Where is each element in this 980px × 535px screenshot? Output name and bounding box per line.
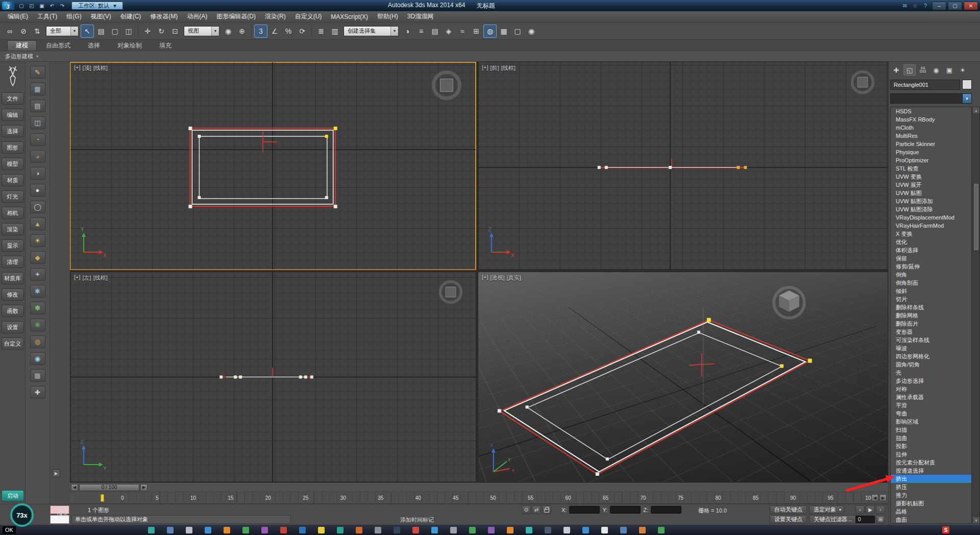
keyboard-override[interactable]: ≣ bbox=[314, 25, 328, 38]
plugin-button[interactable]: 相机 bbox=[2, 207, 24, 219]
window-crossing[interactable]: ◫ bbox=[122, 25, 135, 38]
modifier-item[interactable]: UVW 变换 bbox=[891, 173, 971, 181]
modifier-item[interactable]: 删除样条线 bbox=[891, 303, 971, 311]
favorites-icon[interactable]: ☆ bbox=[910, 2, 920, 10]
plugin-button[interactable]: 模型 bbox=[2, 158, 24, 170]
plugin-button[interactable]: 清理 bbox=[2, 256, 24, 268]
menu-item[interactable]: 修改器(M) bbox=[145, 11, 182, 22]
plugin-button[interactable]: 函数 bbox=[2, 305, 24, 317]
render-production[interactable]: ◉ bbox=[525, 25, 538, 38]
track-bar[interactable]: 0510152025303540455055606570758085909510… bbox=[70, 492, 888, 504]
modifier-item[interactable]: Particle Skinner bbox=[891, 140, 971, 148]
isolate-selection-toggle[interactable]: ⊙ bbox=[522, 505, 531, 514]
viewport-menu-view[interactable]: [透视] bbox=[491, 274, 505, 282]
modifier-item[interactable]: 保留 bbox=[891, 254, 971, 262]
open-file-icon[interactable]: ◰ bbox=[27, 2, 37, 10]
select-by-name[interactable]: ▤ bbox=[94, 25, 108, 38]
viewport-menu-view[interactable]: [左] bbox=[83, 274, 91, 282]
modifier-item[interactable]: 挤出 bbox=[891, 475, 971, 483]
viewport-menu-plus[interactable]: [+] bbox=[74, 64, 81, 72]
viewport-menu-shading[interactable]: [真实] bbox=[507, 274, 521, 282]
modifier-item[interactable]: 按通道选择 bbox=[891, 467, 971, 475]
close-button[interactable]: ✕ bbox=[964, 2, 978, 10]
new-file-icon[interactable]: ▢ bbox=[16, 2, 27, 10]
modifier-item[interactable]: 挤压 bbox=[891, 483, 971, 491]
viewport-front[interactable]: Z X [+] [前] [线框] bbox=[478, 62, 888, 270]
selection-region[interactable]: ▢ bbox=[108, 25, 121, 38]
modifier-item[interactable]: UVW 展开 bbox=[891, 181, 971, 189]
modifier-item[interactable]: UVW 贴图添加 bbox=[891, 197, 971, 205]
modifier-item[interactable]: 多边形选择 bbox=[891, 377, 971, 385]
plugin-button[interactable]: 文件 bbox=[2, 92, 24, 105]
modifier-item[interactable]: 优化 bbox=[891, 238, 971, 246]
star-tool-icon[interactable]: ✦ bbox=[30, 268, 45, 281]
menu-item[interactable]: 工具(T) bbox=[33, 11, 62, 22]
menu-item[interactable]: 自定义(U) bbox=[290, 11, 327, 22]
set-key-button[interactable]: 设置关键点 bbox=[770, 515, 807, 524]
plugin-button[interactable]: 灯光 bbox=[2, 190, 24, 203]
viewport-menu-view[interactable]: [顶] bbox=[83, 64, 91, 72]
plugin-button[interactable]: 渲染 bbox=[2, 223, 24, 235]
viewport-menu-plus[interactable]: [+] bbox=[482, 64, 488, 72]
panel-tool-icon[interactable]: ◫ bbox=[30, 116, 45, 129]
ribbon-tab[interactable]: 填充 bbox=[151, 40, 180, 51]
taskbar-app-icon[interactable] bbox=[658, 527, 665, 533]
rendered-frame-window[interactable]: ▢ bbox=[511, 25, 524, 38]
modifier-item[interactable]: mCloth bbox=[891, 124, 971, 132]
render-setup[interactable]: ▦ bbox=[497, 25, 510, 38]
time-configuration-button[interactable]: ⊞ bbox=[876, 515, 885, 524]
previous-frame-button[interactable]: ◀ bbox=[71, 484, 78, 491]
menu-item[interactable]: 动画(A) bbox=[182, 11, 212, 22]
schematic-view[interactable]: ⊞ bbox=[470, 25, 483, 38]
taskbar-app-icon[interactable] bbox=[488, 527, 495, 533]
play-button[interactable]: ▶ bbox=[866, 505, 875, 514]
app-logo-icon[interactable]: ʒ bbox=[2, 2, 14, 10]
taskbar-app-icon[interactable] bbox=[205, 527, 211, 533]
taskbar-app-icon[interactable] bbox=[526, 527, 532, 533]
sphere-tool-icon[interactable]: ◕ bbox=[30, 150, 45, 163]
modifier-item[interactable]: 壳 bbox=[891, 369, 971, 377]
taskbar-app-icon[interactable] bbox=[450, 527, 457, 533]
modifier-item[interactable]: UVW 贴图清除 bbox=[891, 205, 971, 213]
hierarchy-tab[interactable]: 品 bbox=[917, 64, 929, 76]
modifier-item[interactable]: 推力 bbox=[891, 491, 971, 499]
modifier-item[interactable]: UVW 贴图 bbox=[891, 189, 971, 197]
select-and-move[interactable]: ✛ bbox=[141, 25, 154, 38]
taskbar-app-icon[interactable] bbox=[356, 527, 362, 533]
modifier-item[interactable]: 扫描 bbox=[891, 426, 971, 434]
modifier-item[interactable]: 投影 bbox=[891, 442, 971, 450]
viewport-menu-plus[interactable]: [+] bbox=[482, 274, 488, 282]
plugin-button[interactable]: 材质 bbox=[2, 174, 24, 186]
current-frame-marker[interactable] bbox=[101, 494, 104, 502]
scrollbar-thumb[interactable] bbox=[974, 184, 978, 250]
create-tab[interactable]: ✚ bbox=[890, 64, 902, 76]
modifier-item[interactable]: 体积选择 bbox=[891, 246, 971, 254]
light-tool-icon[interactable]: ☀ bbox=[30, 234, 45, 247]
taskbar-app-icon[interactable] bbox=[318, 527, 325, 533]
modifier-list-scrollbar[interactable]: ▲ ▼ bbox=[972, 107, 980, 524]
taskbar-app-icon[interactable] bbox=[242, 527, 249, 533]
trackbar-next-key-button[interactable]: ▶ bbox=[879, 494, 887, 501]
snow-tool-icon[interactable]: ✱ bbox=[30, 285, 45, 298]
diamond-tool-icon[interactable]: ◆ bbox=[30, 251, 45, 264]
modifier-item[interactable]: 按元素分配材质 bbox=[891, 458, 971, 467]
taskbar-app-icon[interactable] bbox=[545, 527, 551, 533]
modifier-item[interactable]: 曲面 bbox=[891, 516, 971, 524]
plugin-button[interactable]: 设置 bbox=[2, 321, 24, 333]
modifier-item[interactable]: 扭曲 bbox=[891, 434, 971, 442]
viewport-top[interactable]: Y X [+] [顶] [线框] bbox=[70, 62, 476, 270]
modifier-item[interactable]: STL 检查 bbox=[891, 164, 971, 173]
current-frame-field[interactable]: 0 bbox=[855, 516, 875, 523]
list-tool-icon[interactable]: ▤ bbox=[30, 100, 45, 112]
motion-tab[interactable]: ◉ bbox=[930, 64, 942, 76]
modifier-item[interactable]: MultiRes bbox=[891, 132, 971, 140]
select-and-link[interactable]: ∞ bbox=[3, 25, 16, 38]
redo-icon[interactable]: ↷ bbox=[57, 2, 67, 10]
viewport-menu-shading[interactable]: [线框] bbox=[93, 274, 108, 282]
taskbar-app-icon[interactable] bbox=[186, 527, 192, 533]
selected-set-dropdown[interactable]: 选定对象 ▾ bbox=[809, 505, 844, 514]
key-filters-button[interactable]: 关键点过滤器... bbox=[809, 515, 856, 524]
ribbon-tab[interactable]: 对象绘制 bbox=[109, 40, 150, 51]
modifier-item[interactable]: 变形器 bbox=[891, 328, 971, 336]
plant-tool-icon[interactable]: ✽ bbox=[30, 302, 45, 314]
